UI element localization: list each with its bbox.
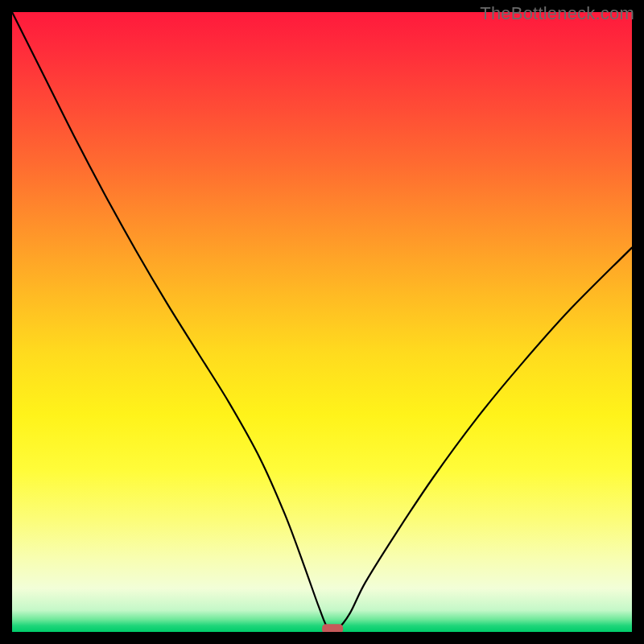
bottleneck-curve <box>12 12 632 631</box>
plot-area <box>12 12 632 632</box>
watermark-text: TheBottleneck.com <box>480 3 634 24</box>
optimal-marker <box>322 624 343 632</box>
bottleneck-chart: TheBottleneck.com <box>0 0 644 644</box>
curve-layer <box>12 12 632 632</box>
